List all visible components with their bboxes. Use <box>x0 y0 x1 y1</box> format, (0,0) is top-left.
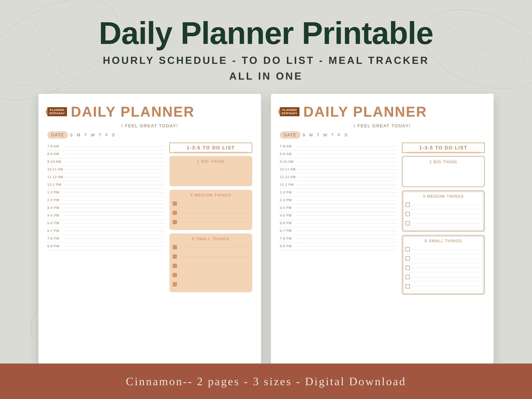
checkbox-s2 <box>173 254 177 259</box>
time-label-13: 7-8 PM <box>47 237 64 241</box>
line-p2-s1 <box>412 249 481 249</box>
time-label-p2-4: 10-11 AM <box>280 167 297 171</box>
medium-box-2: 3 MEDIUM THINGS <box>402 190 485 232</box>
checkbox-p2-m3 <box>405 221 410 225</box>
days-1: S M T W T F S <box>70 133 116 137</box>
time-row-p2-13: 7-8 PM <box>280 235 396 243</box>
todo-header-highlight-1 <box>174 152 248 153</box>
page-title-1: DAILY PLANNER <box>71 104 195 120</box>
todo-col-2: 1-3-5 TO DO LIST 1 BIG THING 3 MEDIUM TH… <box>402 143 485 295</box>
date-label-2: DATE <box>280 131 300 139</box>
checkbox-p2-s3 <box>405 266 410 270</box>
medium-item-p2-2 <box>405 209 481 219</box>
checkbox-s5 <box>173 282 177 286</box>
time-label-p2-7: 1-2 PM <box>280 190 297 195</box>
sub-title-line2: ALL IN ONE <box>0 70 532 82</box>
big-thing-box-2: 1 BIG THING <box>402 156 485 187</box>
medium-things-label-2: 3 MEDIUM THINGS <box>405 194 481 199</box>
medium-things-label-1: 3 MEDIUM THINGS <box>173 193 249 197</box>
time-label-14: 8-9 PM <box>47 244 64 248</box>
schedule-line-12 <box>64 231 164 231</box>
small-item-1 <box>173 243 249 252</box>
time-label-p2-12: 6-7 PM <box>280 229 297 233</box>
time-row-14: 8-9 PM <box>47 243 164 250</box>
todo-header-text-2: 1-3-5 TO DO LIST <box>419 145 468 150</box>
line-s4 <box>179 275 249 275</box>
schedule-line-p2-7 <box>297 192 396 193</box>
big-thing-space-1 <box>173 165 249 183</box>
checkbox-s4 <box>173 273 177 277</box>
time-row-6: 12-1 PM <box>47 181 164 189</box>
time-row-p2-6: 12-1 PM <box>280 181 396 189</box>
todo-header-text-1: 1-3-5 TO DO LIST <box>187 145 235 150</box>
schedule-line-p2-1 <box>297 146 396 147</box>
time-row-5: 11-12 AM <box>47 173 164 181</box>
time-row-p2-11: 5-6 PM <box>280 220 396 227</box>
time-label-3: 9-10 AM <box>47 160 64 164</box>
time-label-p2-2: 8-9 AM <box>280 152 297 156</box>
checkbox-p2-s4 <box>405 275 410 279</box>
top-section: Daily Planner Printable HOURLY SCHEDULE … <box>0 0 532 94</box>
time-label-p2-1: 7-8 AM <box>280 145 297 148</box>
small-things-label-2: 5 SMALL THINGS <box>405 239 481 243</box>
brand-badge-1: PLANNER EPIPHANY <box>47 107 67 116</box>
schedule-line-p2-10 <box>297 215 396 216</box>
small-item-p2-1 <box>405 245 481 254</box>
checkbox-p2-s5 <box>405 284 410 288</box>
big-thing-space-2 <box>405 166 481 184</box>
time-label-p2-3: 9-10 AM <box>280 160 297 164</box>
time-label-p2-8: 2-3 PM <box>280 198 297 202</box>
small-item-p2-3 <box>405 263 481 272</box>
schedule-line-6 <box>64 185 164 185</box>
time-label-p2-9: 3-4 PM <box>280 206 297 210</box>
schedule-line-11 <box>64 223 164 223</box>
date-label-1: DATE <box>47 131 68 139</box>
medium-box-1: 3 MEDIUM THINGS <box>170 190 252 230</box>
schedule-line-7 <box>64 192 164 193</box>
line-p2-s3 <box>412 268 481 268</box>
time-label-p2-6: 12-1 PM <box>280 183 297 187</box>
time-row-p2-10: 4-5 PM <box>280 212 396 220</box>
feel-great-2: I FEEL GREAT TODAY! <box>280 123 485 128</box>
time-row-10: 4-5 PM <box>47 212 164 220</box>
time-label-1: 7-8 AM <box>47 145 64 148</box>
planner-page-2: PLANNER EPIPHANY DAILY PLANNER I FEEL GR… <box>271 94 494 385</box>
time-row-p2-14: 8-9 PM <box>280 243 396 250</box>
time-row-11: 5-6 PM <box>47 220 164 227</box>
time-row-p2-2: 8-9 AM <box>280 150 396 158</box>
line-s5 <box>179 284 249 285</box>
time-row-p2-9: 3-4 PM <box>280 204 396 212</box>
time-row-1: 7-8 AM <box>47 143 164 150</box>
two-col-2: 7-8 AM 8-9 AM 9-10 AM 10-11 AM 11-12 AM <box>280 143 485 295</box>
brand-line1-2: PLANNER <box>282 108 298 112</box>
big-thing-label-2: 1 BIG THING <box>405 160 481 164</box>
medium-item-2 <box>173 208 249 217</box>
small-item-4 <box>173 271 249 280</box>
time-label-6: 12-1 PM <box>47 183 64 187</box>
checkbox-p2-m2 <box>405 212 410 216</box>
line-s1 <box>179 247 249 247</box>
feel-great-1: I FEEL GREAT TODAY! <box>47 123 252 128</box>
schedule-line-1 <box>64 146 164 147</box>
time-row-9: 3-4 PM <box>47 204 164 212</box>
time-row-7: 1-2 PM <box>47 189 164 196</box>
checkbox-m3 <box>173 220 177 224</box>
checkbox-s3 <box>173 264 177 268</box>
schedule-col-1: 7-8 AM 8-9 AM 9-10 AM 10-11 AM 11-12 AM <box>47 143 164 292</box>
schedule-line-10 <box>64 215 164 216</box>
medium-item-p2-3 <box>405 219 481 228</box>
checkbox-m1 <box>173 201 177 206</box>
sub-title-line1: HOURLY SCHEDULE - TO DO LIST - MEAL TRAC… <box>0 54 532 66</box>
time-label-2: 8-9 AM <box>47 152 64 156</box>
time-row-2: 8-9 AM <box>47 150 164 158</box>
big-thing-label-1: 1 BIG THING <box>173 159 249 164</box>
time-row-12: 6-7 PM <box>47 227 164 235</box>
page-title-2: DAILY PLANNER <box>304 104 427 120</box>
brand-line2: EPIPHANY <box>49 112 65 115</box>
time-row-p2-7: 1-2 PM <box>280 189 396 196</box>
brand-line2-2: EPIPHANY <box>282 112 298 115</box>
schedule-line-p2-12 <box>297 231 396 231</box>
page-header-1: PLANNER EPIPHANY DAILY PLANNER <box>47 104 252 120</box>
time-label-p2-11: 5-6 PM <box>280 221 297 225</box>
time-label-p2-10: 4-5 PM <box>280 214 297 217</box>
